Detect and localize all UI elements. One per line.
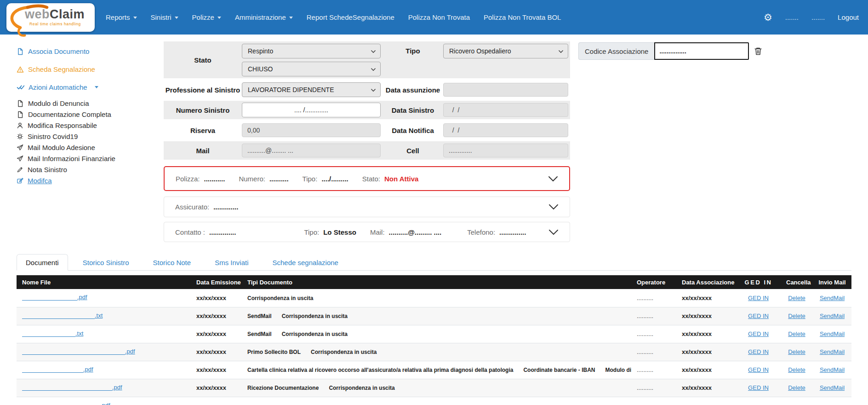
numero-sinistro-input[interactable]: .... /.............	[242, 103, 381, 117]
tab-sms-inviati[interactable]: Sms Inviati	[206, 254, 257, 271]
menu-item-label: Sinistri	[151, 13, 171, 21]
data-assunzione-input[interactable]	[443, 83, 568, 97]
menu-item-polizza-non-trovata[interactable]: Polizza Non Trovata	[408, 13, 470, 21]
numero-sinistro-value: .... /.............	[294, 106, 328, 114]
data-notifica-input[interactable]: / /	[443, 123, 568, 137]
menu-item-amministrazione[interactable]: Amministrazione	[235, 13, 293, 21]
sidebar-item-mail-informazioni-finanziarie[interactable]: Mail Informazioni Finanziarie	[17, 154, 159, 163]
tipo-documento-label: Cartella clinica relativa al ricovero oc…	[247, 367, 513, 373]
tipo-label: Tipo	[383, 47, 443, 55]
contatto-panel[interactable]: Contatto :..............Tipo:Lo StessoMa…	[164, 222, 570, 242]
file-link[interactable]: .pdf	[22, 366, 93, 373]
ged-in-link[interactable]: GED IN	[748, 295, 769, 301]
sidebar-item-label: Azioni Automatiche	[29, 83, 87, 91]
menu-item-polizze[interactable]: Polizze	[192, 13, 221, 21]
menu-item-reports[interactable]: Reports	[106, 13, 137, 21]
app-logo[interactable]: webClaim Real time claims handling	[6, 3, 95, 32]
menu-item-label: Polizze	[192, 13, 214, 21]
file-link[interactable]: .pdf	[22, 348, 135, 355]
brand-tagline: Real time claims handling	[29, 22, 81, 26]
operatore-value: ..........	[637, 348, 653, 355]
stato-select-2[interactable]: CHIUSO	[242, 62, 381, 76]
data-associazione-value: xx/xx/xxxx	[682, 330, 712, 337]
menu-item-polizza-non-trovata-bol[interactable]: Polizza Non Trovata BOL	[484, 13, 561, 21]
field-value: ..............	[499, 228, 526, 236]
sidebar-item-azioni-automatiche[interactable]: Azioni Automatiche	[17, 81, 159, 93]
trash-icon[interactable]	[754, 46, 763, 56]
file-link[interactable]: .pdf	[22, 294, 87, 301]
sidebar-item-associa-documento[interactable]: Associa Documento	[17, 45, 159, 58]
sendmail-link[interactable]: SendMail	[820, 330, 845, 337]
sidebar-item-modifca[interactable]: Modifca	[17, 176, 159, 185]
menu-item-report-schedesegnalazione[interactable]: Report SchedeSegnalazione	[307, 13, 394, 21]
chevron-down-icon[interactable]	[548, 176, 558, 182]
tab-schede-segnalazione[interactable]: Schede segnalazione	[263, 254, 347, 271]
field-value: Lo Stesso	[323, 228, 356, 236]
sidebar-item-sinistro-covid19[interactable]: Sinistro Covid19	[17, 132, 159, 141]
double-check-icon	[17, 83, 24, 91]
sidebar-item-label: Sinistro Covid19	[28, 133, 78, 140]
data-associazione-value: xx/xx/xxxx	[682, 366, 712, 373]
data-sinistro-input[interactable]: / /	[443, 103, 568, 117]
file-link[interactable]: .txt	[22, 312, 103, 319]
operatore-value: ..........	[637, 295, 653, 301]
file-link[interactable]: .txt	[22, 330, 83, 337]
mail-value: ..........@........ ...	[247, 147, 293, 154]
ged-in-link[interactable]: GED IN	[748, 366, 769, 373]
sendmail-link[interactable]: SendMail	[820, 366, 845, 373]
stato-select-1[interactable]: Respinto	[242, 44, 381, 58]
tipo-select[interactable]: Ricovero Ospedaliero	[443, 44, 568, 58]
riserva-label: Riserva	[164, 127, 242, 134]
menu-item-label: Reports	[106, 13, 130, 21]
chevron-down-icon[interactable]	[548, 229, 559, 235]
delete-link[interactable]: Delete	[788, 366, 805, 373]
sidebar-item-modulo-di-denuncia[interactable]: Modulo di Denuncia	[17, 99, 159, 108]
sidebar-item-scheda-segnalazione[interactable]: Scheda Segnalazione	[17, 63, 159, 75]
delete-link[interactable]: Delete	[788, 348, 805, 355]
tab-storico-sinistro[interactable]: Storico Sinistro	[74, 254, 138, 271]
sendmail-link[interactable]: SendMail	[820, 348, 845, 355]
professione-select[interactable]: LAVORATORE DIPENDENTE	[242, 82, 381, 97]
menu-item-sinistri[interactable]: Sinistri	[151, 13, 178, 21]
column-header-nome-file: Nome File	[17, 275, 191, 289]
sendmail-link[interactable]: SendMail	[820, 295, 845, 301]
ged-in-link[interactable]: GED IN	[748, 348, 769, 355]
sendmail-link[interactable]: SendMail	[820, 312, 845, 319]
caret-down-icon	[95, 86, 98, 88]
sidebar-item-nota-sinistro[interactable]: Nota Sinistro	[17, 165, 159, 174]
tab-storico-note[interactable]: Storico Note	[144, 254, 200, 271]
chevron-down-icon[interactable]	[548, 204, 559, 210]
file-link[interactable]: .pdf	[22, 384, 122, 391]
riserva-input[interactable]: 0,00	[242, 123, 381, 137]
codice-associazione-input[interactable]: ...............	[654, 42, 749, 60]
tab-documenti[interactable]: Documenti	[17, 254, 68, 271]
ged-in-link[interactable]: GED IN	[748, 330, 769, 337]
delete-link[interactable]: Delete	[788, 330, 805, 337]
field-label: Contatto :	[175, 228, 205, 236]
ged-in-link[interactable]: GED IN	[748, 312, 769, 319]
assicurato-panel[interactable]: Assicurato: .............	[164, 197, 570, 217]
sidebar-item-label: Scheda Segnalazione	[28, 65, 95, 73]
assicurato-field: Assicurato: .............	[175, 203, 238, 211]
gear-icon[interactable]: ⚙	[764, 12, 772, 22]
panel-field-polizza: Polizza:...........	[176, 175, 225, 183]
mail-input[interactable]: ..........@........ ...	[242, 144, 381, 157]
redacted-file-name	[22, 331, 75, 337]
cell-input[interactable]: .............	[443, 144, 568, 157]
sidebar-item-modifica-responsabile[interactable]: Modifica Responsabile	[17, 121, 159, 130]
logout-link[interactable]: Logout	[838, 13, 859, 21]
sendmail-link[interactable]: SendMail	[820, 384, 845, 391]
menu-item-label: Polizza Non Trovata BOL	[484, 13, 561, 21]
send-icon	[17, 144, 23, 151]
sidebar-item-documentazione-completa[interactable]: Documentazione Completa	[17, 110, 159, 119]
field-value: Non Attiva	[384, 175, 418, 183]
delete-link[interactable]: Delete	[788, 312, 805, 319]
file-link[interactable]: .pdf	[22, 402, 110, 405]
stato-label: Stato	[164, 56, 242, 64]
sidebar-item-label: Modifica Responsabile	[28, 122, 97, 129]
delete-link[interactable]: Delete	[788, 384, 805, 391]
ged-in-link[interactable]: GED IN	[748, 384, 769, 391]
sidebar-item-mail-modulo-adesione[interactable]: Mail Modulo Adesione	[17, 143, 159, 152]
delete-link[interactable]: Delete	[788, 295, 805, 301]
polizza-panel[interactable]: Polizza:...........Numero:..........Tipo…	[164, 166, 570, 191]
